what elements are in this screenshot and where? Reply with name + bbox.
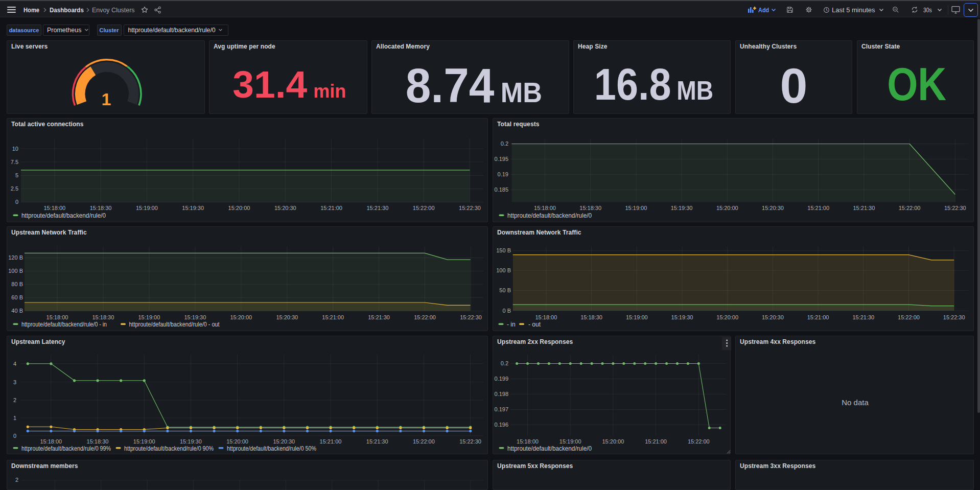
svg-text:150 B: 150 B (496, 247, 511, 253)
svg-text:16.8MB: 16.8MB (594, 59, 713, 109)
svg-text:15:20:00: 15:20:00 (716, 314, 738, 320)
svg-text:15:21:00: 15:21:00 (322, 314, 344, 320)
svg-text:0.185: 0.185 (494, 186, 508, 193)
svg-text:httproute/default/backend/rule: httproute/default/backend/rule/0 - in (21, 321, 107, 328)
svg-text:15:20:30: 15:20:30 (274, 205, 296, 211)
svg-text:15:21:00: 15:21:00 (320, 438, 342, 445)
svg-text:0.197: 0.197 (494, 406, 508, 412)
svg-text:1: 1 (13, 415, 16, 421)
svg-text:15:18:00: 15:18:00 (46, 314, 68, 320)
svg-text:15:18:00: 15:18:00 (517, 438, 539, 445)
svg-text:100 B: 100 B (8, 268, 23, 274)
svg-text:15:22:30: 15:22:30 (459, 438, 481, 445)
svg-text:15:20:00: 15:20:00 (228, 205, 250, 211)
svg-text:15:22:00: 15:22:00 (898, 314, 920, 320)
svg-text:15:21:00: 15:21:00 (645, 438, 667, 445)
svg-text:15:21:00: 15:21:00 (807, 205, 829, 211)
svg-text:15:20:00: 15:20:00 (602, 438, 624, 445)
svg-text:0.2: 0.2 (501, 360, 508, 366)
svg-text:15:19:00: 15:19:00 (133, 438, 155, 445)
svg-text:2: 2 (13, 397, 16, 403)
svg-text:httproute/default/backend/rule: httproute/default/backend/rule/0 - out (129, 321, 220, 328)
svg-text:2: 2 (15, 477, 18, 483)
svg-text:15:19:30: 15:19:30 (671, 205, 693, 211)
svg-text:15:20:30: 15:20:30 (762, 205, 784, 211)
svg-text:15:21:30: 15:21:30 (366, 438, 388, 445)
svg-text:httproute/default/backend/rule: httproute/default/backend/rule/0 90% (124, 445, 214, 452)
svg-text:10: 10 (12, 146, 18, 152)
svg-text:- out: - out (528, 321, 541, 328)
svg-text:15:22:30: 15:22:30 (459, 205, 481, 211)
svg-text:15:21:00: 15:21:00 (320, 205, 342, 211)
svg-text:httproute/default/backend/rule: httproute/default/backend/rule/0 99% (21, 445, 111, 452)
svg-text:15:20:00: 15:20:00 (230, 314, 252, 320)
svg-text:OK: OK (887, 59, 946, 110)
svg-text:80 B: 80 B (11, 281, 23, 287)
svg-text:15:18:30: 15:18:30 (90, 205, 112, 211)
svg-text:15:20:30: 15:20:30 (276, 314, 298, 320)
svg-text:8.74MB: 8.74MB (406, 59, 542, 112)
svg-text:httproute/default/backend/rule: httproute/default/backend/rule/0 50% (227, 445, 316, 452)
svg-text:15:21:00: 15:21:00 (807, 314, 829, 320)
svg-text:15:19:00: 15:19:00 (136, 205, 158, 211)
svg-text:httproute/default/backend/rule: httproute/default/backend/rule/0 (507, 212, 592, 219)
svg-text:15:19:00: 15:19:00 (559, 438, 581, 445)
svg-text:15:21:30: 15:21:30 (368, 314, 390, 320)
svg-text:15:18:00: 15:18:00 (535, 314, 557, 320)
svg-text:0.19: 0.19 (498, 171, 508, 177)
svg-text:15:22:30: 15:22:30 (460, 314, 482, 320)
svg-text:0.199: 0.199 (494, 376, 508, 382)
svg-text:15:18:00: 15:18:00 (40, 438, 62, 445)
svg-text:15:18:30: 15:18:30 (579, 205, 601, 211)
svg-text:15:18:30: 15:18:30 (580, 314, 602, 320)
svg-text:0.2: 0.2 (501, 141, 508, 147)
svg-text:15:21:30: 15:21:30 (852, 314, 874, 320)
svg-text:0.196: 0.196 (494, 422, 508, 428)
svg-text:15:19:00: 15:19:00 (625, 205, 647, 211)
svg-text:15:18:00: 15:18:00 (534, 205, 556, 211)
svg-text:15:22:00: 15:22:00 (413, 205, 435, 211)
svg-text:15:20:30: 15:20:30 (273, 438, 295, 445)
svg-text:15:22:30: 15:22:30 (943, 314, 965, 320)
svg-text:15:20:00: 15:20:00 (226, 438, 248, 445)
svg-text:40 B: 40 B (11, 308, 23, 314)
svg-text:31.4min: 31.4min (232, 63, 346, 106)
svg-text:120 B: 120 B (8, 254, 23, 261)
svg-text:- in: - in (507, 321, 516, 328)
svg-text:0 B: 0 B (502, 308, 511, 314)
svg-text:httproute/default/backend/rule: httproute/default/backend/rule/0 (507, 445, 592, 452)
svg-text:15:19:30: 15:19:30 (671, 314, 693, 320)
svg-text:15:19:00: 15:19:00 (626, 314, 648, 320)
svg-text:15:19:30: 15:19:30 (182, 205, 204, 211)
svg-text:15:21:30: 15:21:30 (853, 205, 875, 211)
svg-text:3: 3 (13, 379, 16, 385)
svg-text:0.198: 0.198 (494, 391, 508, 397)
svg-text:100 B: 100 B (496, 267, 511, 273)
svg-text:15:22:00: 15:22:00 (899, 205, 921, 211)
svg-text:15:22:00: 15:22:00 (414, 314, 436, 320)
svg-text:4: 4 (13, 361, 16, 367)
svg-text:15:18:30: 15:18:30 (87, 438, 109, 445)
svg-text:15:22:00: 15:22:00 (413, 438, 435, 445)
svg-text:7.5: 7.5 (11, 159, 18, 165)
svg-text:15:18:30: 15:18:30 (92, 314, 114, 320)
svg-text:15:19:30: 15:19:30 (180, 438, 202, 445)
svg-text:0: 0 (780, 58, 808, 113)
svg-text:2.5: 2.5 (11, 185, 18, 192)
svg-text:60 B: 60 B (11, 294, 23, 300)
svg-text:15:20:00: 15:20:00 (716, 205, 738, 211)
svg-text:15:22:30: 15:22:30 (944, 205, 966, 211)
svg-text:15:22:00: 15:22:00 (688, 438, 710, 445)
svg-text:15:20:30: 15:20:30 (762, 314, 784, 320)
svg-text:5: 5 (15, 172, 18, 178)
svg-text:0.195: 0.195 (494, 156, 508, 162)
svg-text:15:19:00: 15:19:00 (138, 314, 160, 320)
svg-text:15:18:00: 15:18:00 (43, 205, 65, 211)
svg-text:httproute/default/backend/rule: httproute/default/backend/rule/0 (21, 212, 106, 219)
svg-text:15:19:30: 15:19:30 (184, 314, 206, 320)
svg-text:50 B: 50 B (499, 287, 511, 293)
svg-text:No data: No data (842, 398, 869, 407)
svg-text:15:21:30: 15:21:30 (366, 205, 388, 211)
svg-text:0: 0 (13, 433, 16, 439)
svg-text:0: 0 (15, 199, 18, 205)
